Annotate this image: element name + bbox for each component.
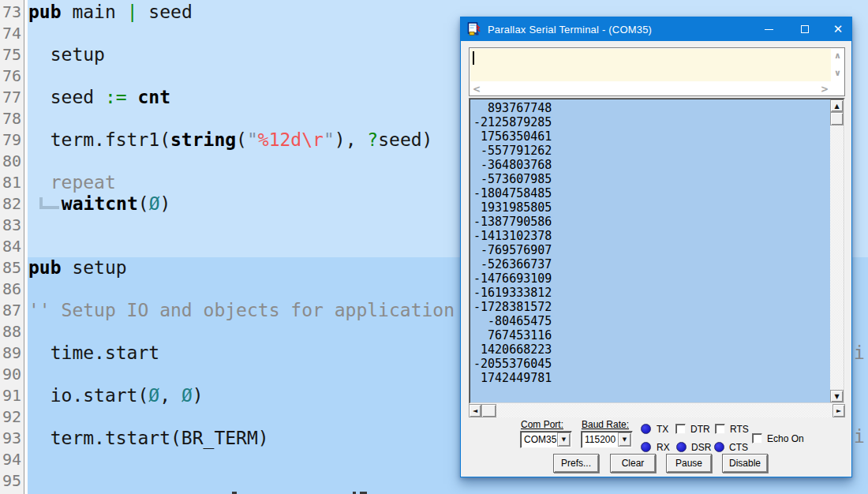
terminal-output-line: -557791262 xyxy=(473,144,830,158)
code-token: term.tstart(BR_TERM) xyxy=(28,428,269,448)
terminal-output-line: -2125879285 xyxy=(473,115,830,129)
scroll-down-button[interactable]: ▼ xyxy=(830,390,844,402)
baud-rate-select[interactable]: 115200 ▼ xyxy=(581,431,633,448)
line-number: 83 xyxy=(0,215,23,236)
pause-button[interactable]: Pause xyxy=(666,454,712,473)
rts-label: RTS xyxy=(730,424,749,435)
cts-label: CTS xyxy=(729,442,748,453)
code-token: io.start( xyxy=(28,385,148,406)
scroll-left-icon[interactable]: < xyxy=(473,85,481,94)
chevron-down-icon: ▼ xyxy=(562,436,566,443)
terminal-output-line: -1476693109 xyxy=(473,271,830,286)
terminal-output-line: -2055376045 xyxy=(473,357,830,371)
text-caret xyxy=(473,51,474,65)
terminal-output-line: 1742449781 xyxy=(473,371,830,385)
com-port-value: COM35 xyxy=(524,434,556,445)
line-number: 78 xyxy=(0,108,23,129)
close-icon: ✕ xyxy=(833,22,844,36)
line-number: 77 xyxy=(0,87,23,108)
line-number: 82 xyxy=(0,193,23,215)
indent-guide-icon xyxy=(39,197,59,209)
code-token xyxy=(28,193,39,214)
app-icon xyxy=(467,22,481,36)
terminal-output-line: -526366737 xyxy=(473,257,830,271)
code-token: ( xyxy=(138,193,149,214)
dsr-led-icon xyxy=(676,442,687,452)
up-arrow-icon: ▲ xyxy=(834,103,839,110)
terminal-output[interactable]: 893767748-2125879285 1756350461 -5577912… xyxy=(470,99,830,402)
baud-rate-value: 115200 xyxy=(585,434,615,445)
code-token: ) xyxy=(193,385,204,406)
line-number: 88 xyxy=(0,321,23,342)
com-port-dropdown-button[interactable]: ▼ xyxy=(557,432,571,447)
window-body: ∧ ∨ < > 893767748-2125879285 1756350461 … xyxy=(461,41,851,477)
rx-led-icon xyxy=(641,442,651,452)
close-button[interactable]: ✕ xyxy=(825,17,851,41)
maximize-button[interactable] xyxy=(791,17,818,41)
code-token: , xyxy=(159,385,181,406)
horizontal-scroll-thumb[interactable] xyxy=(481,404,496,417)
terminal-output-line: -80465475 xyxy=(473,314,830,328)
terminal-output-line: 1420668223 xyxy=(473,342,830,357)
scroll-right-button[interactable]: ► xyxy=(832,404,845,417)
code-token: pub xyxy=(28,257,62,278)
right-arrow-icon: ► xyxy=(836,407,841,414)
disable-button[interactable]: Disable xyxy=(722,454,768,473)
code-token: Ø xyxy=(149,193,160,214)
rts-checkbox[interactable] xyxy=(715,424,725,434)
gutter: 7374757677787980818283848586878889909192… xyxy=(0,2,23,492)
code-token: seed) xyxy=(378,129,432,150)
line-number: 76 xyxy=(0,65,23,87)
clear-button[interactable]: Clear xyxy=(610,454,656,473)
baud-rate-label: Baud Rate: xyxy=(582,419,629,430)
prefs-button[interactable]: Prefs... xyxy=(553,454,599,473)
dtr-checkbox[interactable] xyxy=(675,424,686,434)
code-token: pub xyxy=(28,2,62,22)
line-number: 95 xyxy=(0,470,23,492)
code-token: repeat xyxy=(28,172,116,193)
code-token: Ø xyxy=(148,385,159,406)
scroll-left-button[interactable]: ◄ xyxy=(469,404,481,417)
terminal-output-line: -769576907 xyxy=(473,243,830,257)
baud-rate-dropdown-button[interactable]: ▼ xyxy=(618,432,631,447)
terminal-output-line: -1804758485 xyxy=(473,186,830,200)
window-title: Parallax Serial Terminal - (COM35) xyxy=(488,24,652,36)
line-number: 80 xyxy=(0,151,23,172)
parallax-serial-terminal-window: Parallax Serial Terminal - (COM35) ✕ ∧ ∨… xyxy=(460,17,852,477)
transmit-input[interactable] xyxy=(470,49,831,81)
maximize-icon xyxy=(801,25,809,33)
terminal-output-line: -1619333812 xyxy=(473,286,830,300)
code-token: seed xyxy=(28,87,105,107)
code-token: %12d\r xyxy=(258,129,324,150)
vertical-scrollbar[interactable]: ▲ ▼ xyxy=(830,99,844,402)
receive-panel: 893767748-2125879285 1756350461 -5577912… xyxy=(469,98,845,404)
transmit-panel: ∧ ∨ < > xyxy=(469,47,845,96)
com-port-select[interactable]: COM35 ▼ xyxy=(520,431,572,448)
code-token: ? xyxy=(367,129,378,150)
line-number: 79 xyxy=(0,129,23,151)
receive-panel-inner: 893767748-2125879285 1756350461 -5577912… xyxy=(470,99,844,403)
line-number: 92 xyxy=(0,406,23,428)
minimize-icon xyxy=(765,29,773,30)
line-number: 74 xyxy=(0,23,23,44)
scroll-right-icon[interactable]: > xyxy=(821,85,829,94)
line-number: 94 xyxy=(0,449,23,470)
gutter-separator xyxy=(24,0,28,494)
echo-on-checkbox[interactable] xyxy=(752,433,762,443)
code-token: " xyxy=(247,129,258,150)
code-token: setup xyxy=(62,257,127,278)
code-token: time.start xyxy=(28,342,159,363)
vertical-scroll-thumb[interactable] xyxy=(830,112,844,125)
scroll-up-icon[interactable]: ∧ xyxy=(834,51,841,60)
terminal-output-line: -1728381572 xyxy=(473,300,830,314)
titlebar[interactable]: Parallax Serial Terminal - (COM35) ✕ xyxy=(461,17,851,41)
clipped-code-fragment: i xyxy=(854,342,865,363)
code-token: ( xyxy=(236,129,247,150)
minimize-button[interactable] xyxy=(755,17,782,41)
scroll-down-icon[interactable]: ∨ xyxy=(834,69,841,77)
horizontal-scrollbar[interactable]: ◄ ► xyxy=(469,404,845,417)
scroll-up-button[interactable]: ▲ xyxy=(830,99,844,112)
code-token: waitcnt xyxy=(62,193,138,214)
code-token: := xyxy=(105,87,127,107)
terminal-output-line: 1756350461 xyxy=(473,129,830,144)
